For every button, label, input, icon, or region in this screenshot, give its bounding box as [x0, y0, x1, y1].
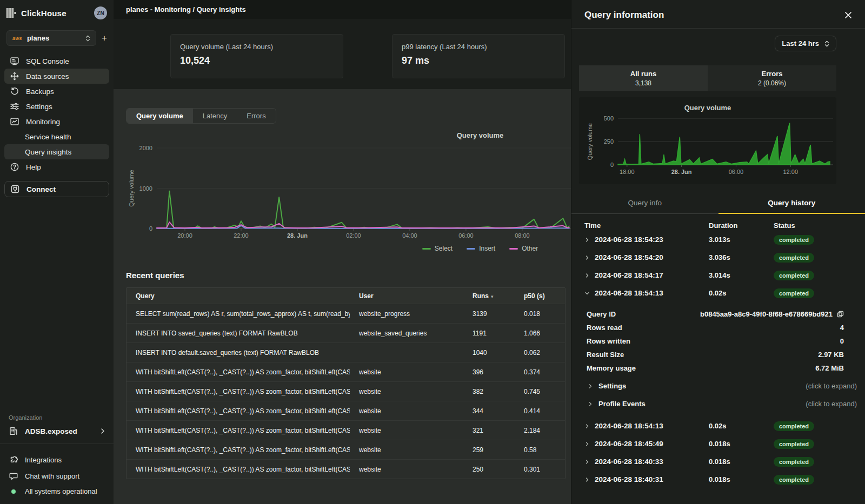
history-row[interactable]: 2024-06-28 18:54:203.036scompleted	[571, 248, 865, 266]
backups-icon	[10, 86, 19, 96]
svg-text:06:00: 06:00	[458, 232, 474, 239]
service-selector[interactable]: aws planes	[6, 30, 96, 46]
add-service-button[interactable]: +	[102, 33, 107, 44]
history-status-cell: completed	[774, 234, 852, 245]
detail-value-text: 4	[840, 324, 844, 332]
mini-chart-plot-area: 025050018:0028. Jun06:0012:00Query volum…	[583, 115, 833, 179]
chevron-right-icon[interactable]	[584, 237, 590, 243]
sidebar-item-query-insights[interactable]: Query insights	[4, 144, 109, 159]
chevron-right-icon[interactable]	[584, 273, 590, 278]
chevron-right-icon[interactable]	[584, 424, 590, 429]
organization-item[interactable]: ADSB.exposed	[0, 426, 114, 443]
table-row[interactable]: WITH bitShiftLeft(CAST(?..), _CAST(?..))…	[127, 420, 565, 440]
tab-latency[interactable]: Latency	[193, 109, 237, 123]
history-time-cell: 2024-06-28 18:54:20	[584, 253, 709, 261]
tab-query-volume[interactable]: Query volume	[127, 109, 193, 123]
detail-value: 2.97 KB	[818, 351, 844, 359]
chart-tabs: Query volumeLatencyErrors	[126, 108, 276, 124]
sidebar-item-backups[interactable]: Backups	[4, 84, 109, 99]
cell-p50: 0.062	[515, 349, 566, 357]
sort-caret-icon: ▾	[491, 294, 494, 299]
table-row[interactable]: WITH bitShiftLeft(CAST(?..), _CAST(?..))…	[127, 459, 565, 479]
sidebar: ClickHouse ZN aws planes + SQL ConsoleDa…	[0, 0, 114, 504]
time-range-select[interactable]: Last 24 hrs	[775, 36, 836, 51]
svg-text:28. Jun: 28. Jun	[287, 232, 308, 239]
sidebar-item-service-health[interactable]: Service health	[4, 129, 109, 144]
table-row[interactable]: SELECT sum(read_rows) AS r, sum(total_ro…	[127, 304, 565, 323]
sidebar-item-monitoring[interactable]: Monitoring	[4, 114, 109, 129]
cell-runs: 1191	[463, 330, 515, 337]
copy-icon[interactable]	[837, 311, 844, 318]
svg-text:02:00: 02:00	[346, 232, 361, 239]
cell-query: INSERT INTO saved_queries (text) FORMAT …	[127, 330, 350, 337]
query-details: Query IDb0845aa9-a8c9-49f0-8f68-e678669b…	[571, 302, 865, 377]
detail-label: Rows read	[587, 324, 622, 332]
history-status-cell: completed	[774, 474, 852, 485]
expandable-profile-events[interactable]: Profile Events(click to expand)	[571, 395, 865, 413]
footer-item-integrations[interactable]: Integrations	[0, 452, 114, 468]
cell-query: WITH bitShiftLeft(CAST(?..), _CAST(?..))…	[127, 427, 350, 434]
history-status-cell: completed	[774, 456, 852, 467]
history-timestamp: 2024-06-28 18:40:31	[595, 475, 663, 483]
history-status-cell: completed	[774, 439, 852, 449]
chevron-right-icon[interactable]	[584, 459, 590, 465]
legend-item-select[interactable]: Select	[422, 245, 453, 252]
tab-query-history[interactable]: Query history	[718, 194, 865, 214]
history-duration: 3.013s	[709, 236, 774, 244]
history-duration: 0.018s	[709, 458, 774, 466]
status-badge: completed	[774, 235, 814, 245]
history-status-cell: completed	[774, 270, 852, 280]
updown-chevron-icon	[824, 41, 829, 47]
sidebar-item-label: Service health	[25, 133, 71, 141]
summary-tab-value: 3,138	[635, 79, 651, 87]
column-header-runs[interactable]: Runs▾	[463, 292, 515, 300]
history-row[interactable]: 2024-06-28 18:54:130.02scompleted	[571, 284, 865, 302]
tab-query-info[interactable]: Query info	[571, 194, 718, 213]
history-time-cell: 2024-06-28 18:40:31	[584, 475, 709, 483]
cell-p50: 0.018	[515, 310, 566, 318]
sidebar-item-settings[interactable]: Settings	[4, 99, 109, 114]
table-row[interactable]: INSERT INTO saved_queries (text) FORMAT …	[127, 323, 565, 342]
history-row[interactable]: 2024-06-28 18:54:130.02scompleted	[571, 417, 865, 435]
runs-errors-tabs: All runs3,138Errors2 (0.06%)	[579, 65, 836, 91]
table-row[interactable]: WITH bitShiftLeft(CAST(?..), _CAST(?..))…	[127, 440, 565, 459]
chevron-right-icon[interactable]	[584, 255, 590, 260]
aws-icon: aws	[12, 36, 22, 41]
chevron-right-icon[interactable]	[584, 441, 590, 447]
expandable-hint: (click to expand)	[806, 400, 857, 408]
table-row[interactable]: WITH bitShiftLeft(CAST(?..), _CAST(?..))…	[127, 381, 565, 401]
table-row[interactable]: WITH bitShiftLeft(CAST(?..), _CAST(?..))…	[127, 362, 565, 381]
chevron-down-icon[interactable]	[584, 291, 590, 296]
summary-tab-label: All runs	[630, 70, 656, 78]
summary-tab-all-runs[interactable]: All runs3,138	[579, 65, 708, 91]
expandable-settings[interactable]: Settings(click to expand)	[571, 377, 865, 395]
history-row[interactable]: 2024-06-28 18:40:310.018scompleted	[571, 471, 865, 488]
legend-item-other[interactable]: Other	[509, 245, 538, 252]
svg-text:28. Jun: 28. Jun	[671, 169, 692, 175]
close-icon[interactable]	[844, 11, 852, 19]
sidebar-item-data-sources[interactable]: Data sources	[4, 69, 109, 84]
sidebar-item-sql-console[interactable]: SQL Console	[4, 53, 109, 69]
chevron-right-icon[interactable]	[584, 477, 590, 482]
footer-item-all-systems-operational[interactable]: All systems operational	[0, 484, 114, 499]
avatar[interactable]: ZN	[94, 6, 107, 19]
summary-tab-errors[interactable]: Errors2 (0.06%)	[708, 65, 836, 91]
history-row[interactable]: 2024-06-28 18:45:490.018scompleted	[571, 435, 865, 453]
legend-item-insert[interactable]: Insert	[467, 245, 495, 252]
footer-item-chat-with-support[interactable]: Chat with support	[0, 468, 114, 484]
connect-button[interactable]: Connect	[4, 181, 109, 197]
status-badge: completed	[774, 439, 814, 449]
service-name: planes	[27, 34, 49, 42]
cell-p50: 0.374	[515, 368, 566, 376]
table-row[interactable]: WITH bitShiftLeft(CAST(?..), _CAST(?..))…	[127, 401, 565, 420]
history-row[interactable]: 2024-06-28 18:54:233.013scompleted	[571, 231, 865, 248]
detail-label: Query ID	[587, 310, 616, 318]
tab-errors[interactable]: Errors	[237, 109, 275, 123]
sidebar-item-help[interactable]: Help	[4, 159, 109, 174]
history-row[interactable]: 2024-06-28 18:40:330.018scompleted	[571, 453, 865, 471]
cell-runs: 1040	[463, 349, 515, 357]
history-row[interactable]: 2024-06-28 18:54:173.014scompleted	[571, 266, 865, 284]
svg-text:06:00: 06:00	[729, 169, 744, 175]
table-row[interactable]: INSERT INTO default.saved_queries (text)…	[127, 342, 565, 362]
query-volume-chart: Query volume 01000200020:0022:0028. Jun0…	[126, 131, 571, 252]
